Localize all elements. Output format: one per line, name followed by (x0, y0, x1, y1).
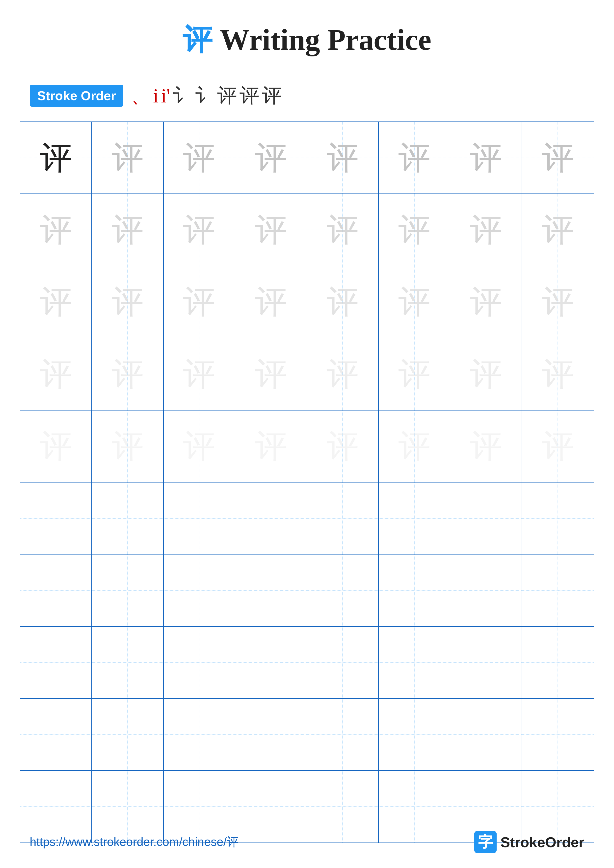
grid-cell-1-3[interactable]: 评 (164, 122, 235, 194)
grid-cell-8-2[interactable] (92, 627, 163, 698)
grid-cell-2-2[interactable]: 评 (92, 194, 163, 265)
grid-cell-5-7[interactable]: 评 (450, 411, 522, 482)
grid-cell-6-2[interactable] (92, 482, 163, 554)
brand-icon-char: 字 (478, 832, 493, 852)
grid-cell-4-5[interactable]: 评 (307, 338, 379, 410)
grid-cell-2-3[interactable]: 评 (164, 194, 235, 265)
grid-cell-6-7[interactable] (450, 482, 522, 554)
grid-cell-1-4[interactable]: 评 (235, 122, 307, 194)
grid-cell-7-4[interactable] (235, 555, 307, 626)
grid-cell-8-8[interactable] (522, 627, 594, 698)
grid-cell-7-1[interactable] (20, 555, 92, 626)
grid-cell-8-6[interactable] (379, 627, 450, 698)
stroke-seq-6: 评 (217, 82, 237, 109)
grid-cell-7-2[interactable] (92, 555, 163, 626)
practice-char: 评 (326, 358, 359, 390)
grid-cell-5-6[interactable]: 评 (379, 411, 450, 482)
grid-row-3: 评 评 评 评 评 评 评 评 (20, 266, 594, 338)
grid-cell-2-8[interactable]: 评 (522, 194, 594, 265)
grid-cell-2-1[interactable]: 评 (20, 194, 92, 265)
grid-cell-2-4[interactable]: 评 (235, 194, 307, 265)
grid-cell-1-6[interactable]: 评 (379, 122, 450, 194)
grid-cell-9-3[interactable] (164, 699, 235, 770)
grid-row-2: 评 评 评 评 评 评 评 评 (20, 194, 594, 266)
practice-char: 评 (542, 286, 574, 318)
grid-cell-4-2[interactable]: 评 (92, 338, 163, 410)
grid-cell-4-1[interactable]: 评 (20, 338, 92, 410)
practice-grid: 评 评 评 评 评 评 评 评 评 评 评 评 评 评 评 评 评 评 评 评 … (20, 121, 594, 843)
grid-cell-4-3[interactable]: 评 (164, 338, 235, 410)
practice-char: 评 (326, 430, 359, 462)
practice-char: 评 (40, 286, 72, 318)
grid-cell-4-6[interactable]: 评 (379, 338, 450, 410)
stroke-seq-5: 讠 (195, 82, 215, 109)
title-text: Writing Practice (212, 23, 431, 56)
grid-row-1: 评 评 评 评 评 评 评 评 (20, 122, 594, 194)
grid-cell-3-7[interactable]: 评 (450, 266, 522, 338)
grid-cell-7-3[interactable] (164, 555, 235, 626)
grid-row-5: 评 评 评 评 评 评 评 评 (20, 411, 594, 482)
grid-cell-7-5[interactable] (307, 555, 379, 626)
grid-cell-3-8[interactable]: 评 (522, 266, 594, 338)
grid-cell-3-1[interactable]: 评 (20, 266, 92, 338)
practice-char: 评 (112, 358, 144, 390)
practice-char: 评 (255, 430, 287, 462)
grid-cell-4-4[interactable]: 评 (235, 338, 307, 410)
practice-char: 评 (326, 142, 359, 174)
grid-cell-8-5[interactable] (307, 627, 379, 698)
grid-cell-6-5[interactable] (307, 482, 379, 554)
grid-cell-8-1[interactable] (20, 627, 92, 698)
practice-char: 评 (40, 430, 72, 462)
grid-cell-9-6[interactable] (379, 699, 450, 770)
grid-cell-5-1[interactable]: 评 (20, 411, 92, 482)
grid-cell-7-7[interactable] (450, 555, 522, 626)
grid-cell-3-5[interactable]: 评 (307, 266, 379, 338)
grid-cell-8-4[interactable] (235, 627, 307, 698)
grid-cell-2-5[interactable]: 评 (307, 194, 379, 265)
grid-cell-1-5[interactable]: 评 (307, 122, 379, 194)
practice-char: 评 (112, 430, 144, 462)
grid-cell-7-6[interactable] (379, 555, 450, 626)
grid-cell-6-4[interactable] (235, 482, 307, 554)
grid-cell-4-7[interactable]: 评 (450, 338, 522, 410)
grid-cell-2-7[interactable]: 评 (450, 194, 522, 265)
grid-cell-8-7[interactable] (450, 627, 522, 698)
grid-cell-5-4[interactable]: 评 (235, 411, 307, 482)
practice-char: 评 (255, 142, 287, 174)
practice-char: 评 (398, 142, 431, 174)
practice-char: 评 (542, 358, 574, 390)
footer-url[interactable]: https://www.strokeorder.com/chinese/评 (30, 834, 238, 850)
grid-cell-9-7[interactable] (450, 699, 522, 770)
grid-cell-9-2[interactable] (92, 699, 163, 770)
grid-cell-1-8[interactable]: 评 (522, 122, 594, 194)
practice-char: 评 (398, 286, 431, 318)
stroke-sequence: 、 i i' 讠 讠 评 评 评 (131, 82, 281, 109)
grid-cell-1-1[interactable]: 评 (20, 122, 92, 194)
grid-cell-5-8[interactable]: 评 (522, 411, 594, 482)
grid-cell-1-2[interactable]: 评 (92, 122, 163, 194)
grid-cell-2-6[interactable]: 评 (379, 194, 450, 265)
grid-cell-6-6[interactable] (379, 482, 450, 554)
grid-cell-6-3[interactable] (164, 482, 235, 554)
practice-char: 评 (183, 142, 215, 174)
grid-cell-9-1[interactable] (20, 699, 92, 770)
practice-char: 评 (398, 358, 431, 390)
grid-cell-7-8[interactable] (522, 555, 594, 626)
practice-char: 评 (183, 358, 215, 390)
grid-cell-3-6[interactable]: 评 (379, 266, 450, 338)
grid-cell-3-3[interactable]: 评 (164, 266, 235, 338)
grid-cell-3-4[interactable]: 评 (235, 266, 307, 338)
grid-cell-9-8[interactable] (522, 699, 594, 770)
grid-cell-9-4[interactable] (235, 699, 307, 770)
grid-cell-5-3[interactable]: 评 (164, 411, 235, 482)
grid-cell-5-2[interactable]: 评 (92, 411, 163, 482)
grid-cell-9-5[interactable] (307, 699, 379, 770)
grid-cell-8-3[interactable] (164, 627, 235, 698)
grid-cell-6-8[interactable] (522, 482, 594, 554)
grid-cell-6-1[interactable] (20, 482, 92, 554)
grid-cell-1-7[interactable]: 评 (450, 122, 522, 194)
grid-cell-5-5[interactable]: 评 (307, 411, 379, 482)
grid-cell-3-2[interactable]: 评 (92, 266, 163, 338)
grid-cell-4-8[interactable]: 评 (522, 338, 594, 410)
practice-char: 评 (326, 214, 359, 246)
